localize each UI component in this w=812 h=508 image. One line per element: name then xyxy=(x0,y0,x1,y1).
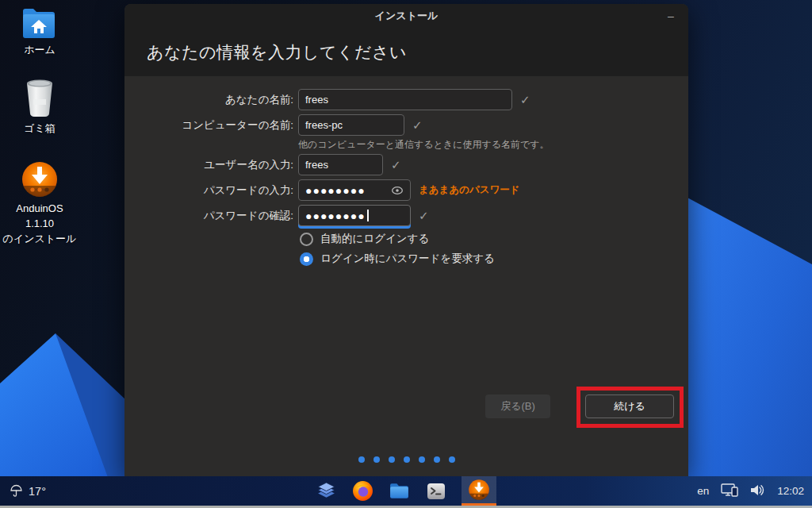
terminal-icon xyxy=(426,481,446,502)
name-input[interactable]: frees xyxy=(298,89,512,110)
require-password-radio[interactable] xyxy=(300,252,313,266)
trash-icon xyxy=(24,79,56,118)
name-label: あなたの名前: xyxy=(124,93,293,107)
desktop-icon-installer[interactable]: AnduinOS 1.1.10 のインストール xyxy=(2,160,78,247)
folder-icon xyxy=(389,480,410,502)
username-valid-check-icon: ✓ xyxy=(391,158,401,172)
password-strength-text: まあまあのパスワード xyxy=(419,183,520,197)
progress-dot xyxy=(389,456,395,463)
installer-window: インストール – あなたの情報を入力してください あなたの名前: frees ✓… xyxy=(124,4,688,476)
require-password-label: ログイン時にパスワードを要求する xyxy=(320,252,495,266)
password-value: ●●●●●●●● xyxy=(305,185,366,196)
auto-login-radio[interactable] xyxy=(300,233,313,246)
confirm-value: ●●●●●●●● xyxy=(305,210,366,221)
keyboard-layout-indicator[interactable]: en xyxy=(697,485,709,497)
progress-dot xyxy=(404,456,410,463)
auto-login-radio-row[interactable]: 自動的にログインする xyxy=(300,232,429,246)
username-value: frees xyxy=(305,159,328,171)
progress-dot xyxy=(373,456,380,463)
confirm-password-input[interactable]: ●●●●●●●● xyxy=(298,205,411,226)
progress-dots xyxy=(124,456,688,463)
name-value: frees xyxy=(305,94,328,106)
taskbar-files[interactable] xyxy=(389,480,410,502)
progress-dot xyxy=(434,456,440,463)
name-row: あなたの名前: frees ✓ xyxy=(124,89,530,110)
text-caret xyxy=(367,210,369,221)
taskbar-installer-active[interactable] xyxy=(462,476,496,506)
taskbar-center xyxy=(0,476,812,506)
desktop: ホーム ゴミ箱 AnduinOS 1.1.10 xyxy=(0,0,812,508)
wallpaper-diagonal-band xyxy=(686,197,812,508)
page-title: あなたの情報を入力してください xyxy=(147,41,407,64)
auto-login-label: 自動的にログインする xyxy=(320,232,429,246)
taskbar: 17° xyxy=(0,476,812,508)
desktop-icon-home[interactable]: ホーム xyxy=(2,6,78,58)
desktop-icon-installer-label-1: AnduinOS 1.1.10 xyxy=(2,202,78,232)
desktop-icon-trash-label: ゴミ箱 xyxy=(24,121,56,137)
display-cast-icon[interactable] xyxy=(721,483,738,500)
progress-dot xyxy=(449,456,455,463)
taskbar-right: en 12:02 xyxy=(697,476,804,506)
username-input[interactable]: frees xyxy=(298,154,383,175)
taskbar-firefox[interactable] xyxy=(352,480,373,502)
window-header: あなたの情報を入力してください xyxy=(124,28,688,76)
password-row: パスワードの入力: ●●●●●●●● まあまあのパスワード xyxy=(124,179,520,201)
window-titlebar[interactable]: インストール – xyxy=(124,4,688,28)
computer-row: コンピューターの名前: frees-pc ✓ xyxy=(124,114,423,136)
computer-valid-check-icon: ✓ xyxy=(412,118,423,133)
desktop-icon-trash[interactable]: ゴミ箱 xyxy=(2,79,78,137)
confirm-label: パスワードの確認: xyxy=(124,209,293,223)
computer-label: コンピューターの名前: xyxy=(124,118,293,133)
computer-input[interactable]: frees-pc xyxy=(298,114,404,136)
window-content: あなたの名前: frees ✓ コンピューターの名前: frees-pc ✓ 他… xyxy=(124,76,688,476)
username-row: ユーザー名の入力: frees ✓ xyxy=(124,154,401,175)
taskbar-app-menu[interactable] xyxy=(316,480,337,502)
require-password-radio-row[interactable]: ログイン時にパスワードを要求する xyxy=(300,252,495,266)
name-valid-check-icon: ✓ xyxy=(520,93,530,107)
firefox-icon xyxy=(352,480,373,502)
home-folder-icon xyxy=(21,6,58,40)
layers-icon xyxy=(316,480,337,502)
taskbar-terminal[interactable] xyxy=(425,480,446,502)
computer-hint: 他のコンピューターと通信するときに使用する名前です。 xyxy=(298,138,550,152)
reveal-password-icon[interactable] xyxy=(391,184,404,197)
password-input[interactable]: ●●●●●●●● xyxy=(298,179,411,201)
username-label: ユーザー名の入力: xyxy=(124,158,293,172)
continue-button[interactable]: 続ける xyxy=(585,394,674,418)
window-title: インストール xyxy=(375,9,439,23)
desktop-icon-installer-label-2: のインストール xyxy=(3,232,77,247)
minimize-icon[interactable]: – xyxy=(663,9,679,23)
back-button[interactable]: 戻る(B) xyxy=(485,394,550,418)
confirm-row: パスワードの確認: ●●●●●●●● ✓ xyxy=(124,205,429,226)
clock[interactable]: 12:02 xyxy=(777,485,804,497)
progress-dot xyxy=(419,456,425,463)
progress-dot xyxy=(358,456,365,463)
password-label: パスワードの入力: xyxy=(124,183,293,198)
confirm-valid-check-icon: ✓ xyxy=(419,209,429,223)
desktop-icon-home-label: ホーム xyxy=(24,43,56,58)
volume-icon[interactable] xyxy=(750,483,765,499)
installer-icon xyxy=(468,479,490,501)
installer-icon xyxy=(21,160,59,198)
computer-value: frees-pc xyxy=(305,119,343,131)
